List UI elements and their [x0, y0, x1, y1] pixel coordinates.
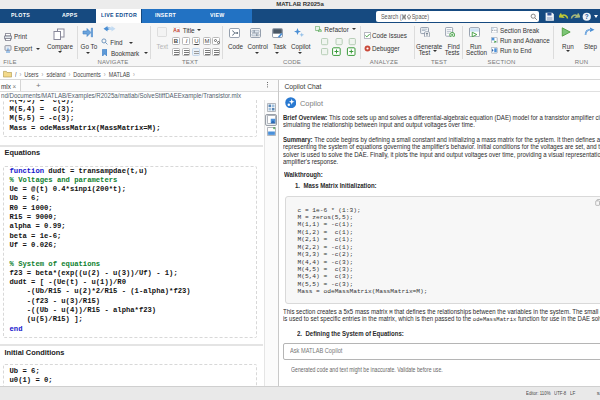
svg-text:Aa: Aa [173, 27, 180, 33]
svg-text:?: ? [585, 13, 589, 20]
